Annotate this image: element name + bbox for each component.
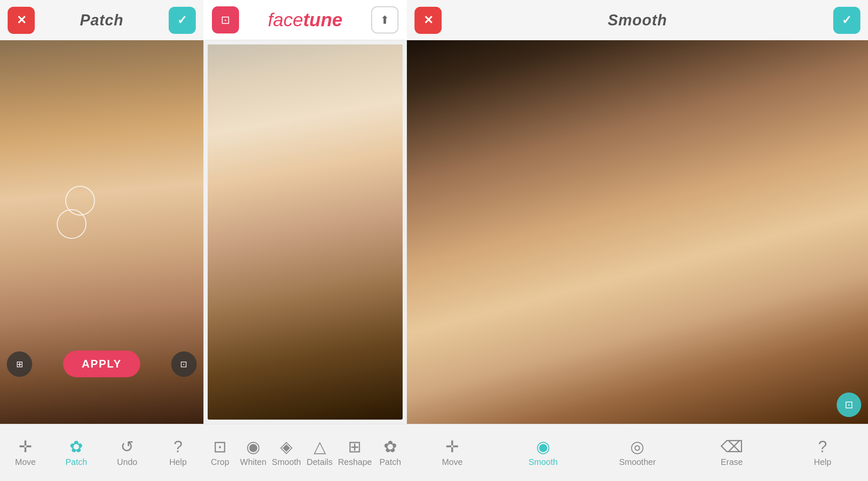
layers-icon: ⊞	[16, 359, 23, 369]
smooth-label-right: Smooth	[529, 457, 558, 467]
details-icon: △	[314, 439, 326, 455]
crop-label: Crop	[211, 457, 229, 467]
smooth-icon-center: ◈	[280, 439, 292, 455]
camera-button[interactable]: ⊡	[212, 6, 239, 33]
right-cancel-button[interactable]: ✕	[415, 7, 442, 34]
patch-center-label: Patch	[379, 457, 401, 467]
toolbar-item-move-left[interactable]: ✛ Move	[11, 439, 40, 467]
toolbar-item-patch-left[interactable]: ✿ Patch	[61, 439, 91, 467]
check-icon-right: ✓	[842, 13, 851, 27]
toolbar-item-crop[interactable]: ⊡ Crop	[205, 439, 235, 467]
logo-face: face	[268, 9, 303, 30]
left-panel: ✕ Patch ✓ ⊞ APPLY ⊡ ✛ Move	[0, 0, 203, 481]
close-icon: ✕	[17, 13, 26, 27]
center-toolbar: ⊡ Crop ◉ Whiten ◈ Smooth △ Details ⊞ Res…	[203, 424, 407, 481]
erase-icon: ⌫	[721, 439, 743, 455]
move-icon-right: ✛	[445, 439, 459, 455]
app-logo: facetune	[268, 9, 342, 30]
left-photo-area[interactable]: ⊞ APPLY ⊡	[0, 40, 203, 424]
toolbar-item-smooth-right[interactable]: ◉ Smooth	[528, 439, 558, 467]
smoother-icon: ◎	[630, 439, 644, 455]
copy-icon: ⊡	[180, 359, 187, 369]
patch-label: Patch	[65, 457, 87, 467]
move-icon: ✛	[19, 439, 32, 455]
whiten-label: Whiten	[240, 457, 266, 467]
patch-action-bar: ⊞ APPLY ⊡	[0, 351, 203, 377]
share-icon: ⬆	[380, 14, 389, 27]
apply-button[interactable]: APPLY	[63, 351, 140, 377]
right-panel: ✕ Smooth ✓ ⊡ ✛ Move ◉ Smooth ◎ Smoother …	[407, 0, 868, 481]
help-icon-left: ?	[173, 439, 182, 455]
right-copy-button[interactable]: ⊡	[837, 393, 861, 417]
left-cancel-button[interactable]: ✕	[8, 7, 35, 34]
center-photo-area[interactable]	[208, 44, 403, 420]
toolbar-item-move-right[interactable]: ✛ Move	[437, 439, 467, 467]
toolbar-item-patch-center[interactable]: ✿ Patch	[376, 439, 405, 467]
erase-label: Erase	[721, 457, 743, 467]
reshape-icon: ⊞	[348, 439, 362, 455]
help-label-right: Help	[814, 457, 831, 467]
right-header: ✕ Smooth ✓	[407, 0, 868, 40]
smooth-label-center: Smooth	[272, 457, 301, 467]
check-icon: ✓	[177, 13, 187, 27]
center-face-photo	[208, 44, 403, 420]
right-photo-area[interactable]: ⊡	[407, 40, 868, 424]
right-confirm-button[interactable]: ✓	[833, 7, 860, 34]
copy-icon-right: ⊡	[845, 399, 853, 411]
undo-label: Undo	[117, 457, 137, 467]
toolbar-item-whiten[interactable]: ◉ Whiten	[238, 439, 268, 467]
layers-button[interactable]: ⊞	[7, 351, 32, 377]
whiten-icon: ◉	[246, 439, 260, 455]
smooth-icon-right: ◉	[536, 439, 550, 455]
toolbar-item-erase[interactable]: ⌫ Erase	[717, 439, 747, 467]
patch-center-icon: ✿	[384, 439, 397, 455]
app-header: ⊡ facetune ⬆	[203, 0, 407, 40]
left-confirm-button[interactable]: ✓	[169, 7, 196, 34]
move-label: Move	[15, 457, 36, 467]
toolbar-item-help-right[interactable]: ? Help	[808, 439, 837, 467]
undo-icon: ↺	[120, 439, 134, 455]
close-icon-right: ✕	[423, 13, 433, 27]
toolbar-item-reshape[interactable]: ⊞ Reshape	[338, 439, 372, 467]
toolbar-item-details[interactable]: △ Details	[305, 439, 334, 467]
smoother-label: Smoother	[619, 457, 656, 467]
patch-icon: ✿	[70, 439, 83, 455]
logo-tune: tune	[303, 9, 342, 30]
crop-icon: ⊡	[213, 439, 227, 455]
move-label-right: Move	[442, 457, 463, 467]
right-toolbar: ✛ Move ◉ Smooth ◎ Smoother ⌫ Erase ? Hel…	[407, 424, 868, 481]
center-panel: ⊡ facetune ⬆ ⊡ Crop ◉ Whiten ◈ Smooth △ …	[203, 0, 407, 481]
left-panel-title: Patch	[80, 11, 123, 29]
left-header: ✕ Patch ✓	[0, 0, 203, 40]
share-button[interactable]: ⬆	[371, 6, 398, 33]
right-panel-title: Smooth	[608, 11, 667, 29]
copy-button[interactable]: ⊡	[171, 351, 197, 377]
camera-icon: ⊡	[221, 14, 230, 27]
toolbar-item-smooth-center[interactable]: ◈ Smooth	[272, 439, 301, 467]
left-toolbar: ✛ Move ✿ Patch ↺ Undo ? Help	[0, 424, 203, 481]
help-icon-right: ?	[818, 439, 827, 455]
reshape-label: Reshape	[338, 457, 372, 467]
help-label-left: Help	[169, 457, 186, 467]
toolbar-item-help-left[interactable]: ? Help	[163, 439, 193, 467]
toolbar-item-undo-left[interactable]: ↺ Undo	[112, 439, 142, 467]
details-label: Details	[307, 457, 333, 467]
right-face-photo	[407, 40, 868, 424]
toolbar-item-smoother[interactable]: ◎ Smoother	[619, 439, 656, 467]
